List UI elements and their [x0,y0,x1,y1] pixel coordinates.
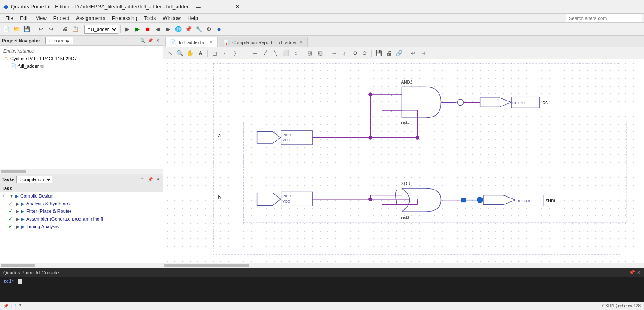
menu-view[interactable]: View [32,14,50,22]
tasks-dropdown[interactable]: Compilation [16,176,52,183]
console-cursor[interactable] [18,279,22,284]
tasks-pin-btn[interactable]: 📌 [147,176,154,183]
tasks-close-btn[interactable]: ✕ [155,176,161,183]
back-button[interactable]: ◀ [153,25,163,34]
expand-fitter[interactable]: ▶ [16,209,20,214]
bdf-circle-btn[interactable]: ○ [291,49,301,58]
bdf-port2-btn[interactable]: ⟩ [230,49,239,58]
status-icon-3: ? [19,304,21,308]
console-pin-btn[interactable]: 📌 [629,270,635,275]
menu-file[interactable]: File [2,14,17,22]
menu-project[interactable]: Project [50,14,73,22]
bdf-redo-btn[interactable]: ↪ [419,49,428,58]
bdf-rot270-btn[interactable]: ⟳ [360,49,369,58]
tool2-button[interactable]: ⚙ [204,25,214,34]
bdf-align1-btn[interactable]: 💾 [374,49,383,58]
nav-close-btn[interactable]: ✕ [155,37,161,44]
console-close-btn[interactable]: ✕ [637,270,641,275]
bdf-ungroup-btn[interactable]: ▨ [315,49,325,58]
tasks-list-btn[interactable]: ≡ [139,176,146,183]
maximize-button[interactable]: □ [208,0,228,14]
tool3-button[interactable]: ● [214,25,224,34]
bdf-tab-close[interactable]: ✕ [209,39,213,45]
bdf-canvas[interactable]: a INPUT VCC AND2 [163,59,644,263]
play-fitter[interactable]: ▶ [21,209,25,214]
bdf-undo-btn[interactable]: ↩ [408,49,418,58]
tool1-button[interactable]: 🔧 [194,25,203,34]
minimize-button[interactable]: — [188,0,208,14]
device-item[interactable]: ⚠ Cyclone IV E: EP4CE115F29C7 [2,54,161,62]
canvas-hscroll-thumb[interactable] [164,264,249,267]
menu-help[interactable]: Help [184,14,202,22]
task-assembler[interactable]: ✓ ▶ ▶ Assembler (Generate programming fi [7,215,163,223]
print-button[interactable]: 🖨 [60,25,70,34]
canvas-hscroll[interactable] [163,263,644,268]
nav-pin-btn[interactable]: 📌 [147,37,154,44]
close-button[interactable]: ✕ [228,0,247,14]
play-timing[interactable]: ▶ [21,224,25,229]
bdf-pan-btn[interactable]: ✋ [186,49,195,58]
open-file-button[interactable]: 📂 [12,25,21,34]
new-file-button[interactable]: 📄 [2,25,11,34]
task-compile-design[interactable]: ✓ ▼ ▶ Compile Design [0,192,163,200]
hierarchy-tab[interactable]: Hierarchy [45,37,73,44]
compile-button[interactable]: ▶ [123,25,132,34]
bdf-diag2-btn[interactable]: ╲ [271,49,280,58]
expand-assembler[interactable]: ▶ [16,217,20,221]
bdf-select-btn[interactable]: ↖ [165,49,174,58]
menu-window[interactable]: Window [159,14,184,22]
play-compile[interactable]: ▶ [15,194,19,198]
undo-button[interactable]: ↩ [36,25,45,34]
start-button[interactable]: ▶ [133,25,142,34]
bdf-diag1-btn[interactable]: ╱ [261,49,270,58]
play-analysis[interactable]: ▶ [21,201,25,206]
bdf-sym-btn[interactable]: ◻ [210,49,219,58]
pin-planner-button[interactable]: 📌 [184,25,193,34]
tab-bar: 📄 full_adder.bdf ✕ 📊 Compilation Report … [163,36,644,47]
bdf-zoom-btn[interactable]: 🔍 [175,49,185,58]
menu-edit[interactable]: Edit [17,14,32,22]
bdf-fliph-btn[interactable]: ↔ [329,49,339,58]
bdf-port-btn[interactable]: ⟨ [220,49,229,58]
nav-hscroll[interactable] [0,169,163,174]
forward-button[interactable]: ▶ [163,25,173,34]
redo-button[interactable]: ↪ [46,25,56,34]
bdf-rect-btn[interactable]: ⬜ [281,49,290,58]
menu-tools[interactable]: Tools [141,14,159,22]
search-input[interactable] [566,14,642,22]
menu-processing[interactable]: Processing [109,14,141,22]
bdf-corner-btn[interactable]: ⌐ [240,49,250,58]
copy-button[interactable]: 📋 [70,25,80,34]
task-analysis[interactable]: ✓ ▶ ▶ Analysis & Synthesis [7,200,163,207]
bdf-line-btn[interactable]: ─ [250,49,260,58]
svg-text:×: × [390,93,392,98]
tasks-title: Tasks [2,177,14,182]
tab-report[interactable]: 📊 Compilation Report - full_adder ✕ [219,37,308,47]
play-assembler[interactable]: ▶ [21,217,25,221]
expand-timing[interactable]: ▶ [16,224,20,229]
nav-hscroll-thumb[interactable] [1,170,26,173]
device-label: Cyclone IV E: EP4CE115F29C7 [10,56,77,61]
expand-analysis[interactable]: ▶ [16,201,20,206]
top-entity-item[interactable]: 📄 full_adder ⧉ [8,62,161,70]
report-tab-close[interactable]: ✕ [299,39,303,45]
bdf-rot90-btn[interactable]: ⟲ [350,49,359,58]
expand-compile[interactable]: ▼ [9,194,14,198]
stop-button[interactable]: ⏹ [143,25,152,34]
tasks-hscroll[interactable] [0,263,163,268]
tasks-hscroll-thumb[interactable] [1,264,35,267]
bdf-group-btn[interactable]: ▧ [305,49,315,58]
bdf-align3-btn[interactable]: 🔗 [394,49,404,58]
chip-planner-button[interactable]: 🌐 [174,25,183,34]
bdf-flipv-btn[interactable]: ↕ [340,49,349,58]
task-timing[interactable]: ✓ ▶ ▶ Timing Analysis [7,223,163,230]
menu-assignments[interactable]: Assignments [73,14,109,22]
bdf-align2-btn[interactable]: 🖨 [384,49,394,58]
task-fitter[interactable]: ✓ ▶ ▶ Fitter (Place & Route) [7,207,163,215]
project-select[interactable]: full_adder [84,25,118,34]
tab-bdf[interactable]: 📄 full_adder.bdf ✕ [165,37,218,47]
label-compile: Compile Design [20,193,53,198]
bdf-text-btn[interactable]: A [196,49,205,58]
save-button[interactable]: 💾 [22,25,31,34]
nav-search-btn[interactable]: 🔍 [139,37,146,44]
